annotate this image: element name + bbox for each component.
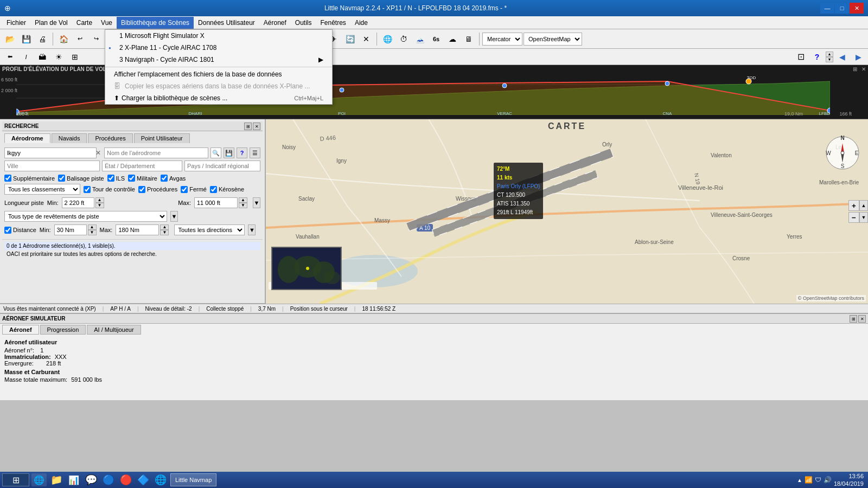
dist-max-down[interactable]: ▼	[160, 230, 169, 235]
menu-outils[interactable]: Outils	[291, 17, 316, 29]
dropdown-navigraph[interactable]: 3 Navigraph - Cycle AIRAC 1801 ▶	[105, 54, 332, 66]
menu-aide[interactable]: Aide	[350, 17, 372, 29]
tb-screen[interactable]: 🖥	[461, 31, 476, 47]
runway-max-input[interactable]	[194, 197, 238, 208]
tb2-btn2[interactable]: I	[18, 49, 34, 65]
back-button[interactable]: ↩	[72, 31, 87, 47]
menu-aeronef[interactable]: Aéronef	[259, 17, 291, 29]
tray-network-icon[interactable]: 📶	[805, 476, 813, 484]
map-container[interactable]: D 446 Noisy Igny Saclay Vauhallan Massy …	[266, 119, 868, 304]
search-close-btn[interactable]: ✕	[253, 123, 260, 130]
aircraft-float-btn[interactable]: ⊞	[850, 315, 857, 323]
cb-distance[interactable]: Distance	[4, 227, 36, 234]
icao-clear-btn[interactable]: ✕	[95, 149, 101, 157]
map-style-select[interactable]: OpenStreetMap	[524, 33, 582, 46]
dist-min-down[interactable]: ▼	[88, 230, 97, 235]
tray-up-icon[interactable]: ▲	[797, 477, 802, 483]
tb-clock[interactable]: ⏱	[396, 31, 411, 47]
aircraft-tab-aeronef[interactable]: Aéronef	[2, 325, 39, 335]
tb2-help[interactable]: ?	[809, 49, 825, 65]
taskbar-skype-icon[interactable]: 💬	[84, 473, 99, 486]
distance-max-input[interactable]	[116, 224, 159, 235]
tb-refresh[interactable]: 🔄	[342, 31, 358, 47]
state-input[interactable]	[102, 160, 182, 171]
tray-antivirus-icon[interactable]: 🛡	[815, 476, 821, 484]
taskbar-active-app[interactable]: Little Navmap	[170, 473, 216, 486]
airport-name-input[interactable]	[104, 147, 208, 158]
tb-6[interactable]: 6s	[429, 31, 444, 47]
tab-navaids[interactable]: Navaids	[52, 133, 87, 143]
aircraft-tab-progression[interactable]: Progression	[40, 325, 86, 335]
forward-button[interactable]: ↪	[88, 31, 104, 47]
search-execute-btn[interactable]: 🔍	[210, 147, 221, 158]
surface-dropdown-btn[interactable]: ▼	[170, 211, 178, 222]
dropdown-msfs[interactable]: 1 Microsoft Flight Simulator X	[105, 30, 332, 42]
world-map-thumbnail[interactable]	[271, 247, 342, 290]
cb-balisage[interactable]: Balisage piste	[58, 175, 104, 182]
tab-procedures[interactable]: Procédures	[88, 133, 132, 143]
open-button[interactable]: 📂	[2, 31, 17, 47]
scroll-up[interactable]: ▲	[826, 52, 833, 57]
cb-tour-controle[interactable]: Tour de contrôle	[84, 186, 135, 193]
aircraft-close-btn[interactable]: ✕	[858, 315, 866, 323]
menu-bibliotheque[interactable]: Bibliothèque de Scènes	[117, 17, 194, 29]
tb-close[interactable]: ✕	[359, 31, 374, 47]
distance-min-input[interactable]	[54, 224, 87, 235]
taskbar-ie-icon[interactable]: 🌐	[31, 473, 47, 486]
home-button[interactable]: 🏠	[56, 31, 71, 47]
search-save-btn[interactable]: 💾	[224, 147, 234, 158]
tb2-btn1[interactable]: ⬅	[2, 49, 17, 65]
start-button[interactable]: ⊞	[2, 473, 29, 486]
surface-select[interactable]: Tous type de revêtements de piste	[4, 211, 167, 222]
menu-fichier[interactable]: Fichier	[2, 17, 30, 29]
projection-select[interactable]: Mercator	[482, 33, 522, 46]
map-scroll-up-btn[interactable]: ▲	[859, 200, 868, 211]
taskbar-folder-icon[interactable]: 📁	[49, 473, 64, 486]
menu-carte[interactable]: Carte	[72, 17, 97, 29]
taskbar-x-icon[interactable]: 🔷	[136, 473, 151, 486]
dropdown-afficher[interactable]: Afficher l'emplacement des fichiers de l…	[105, 68, 332, 80]
cb-kerosene[interactable]: Kérosène	[210, 186, 244, 193]
zoom-out-btn[interactable]: −	[848, 212, 859, 223]
zoom-in-btn[interactable]: +	[848, 200, 859, 211]
close-button[interactable]: ✕	[850, 3, 864, 14]
save-button[interactable]: 💾	[18, 31, 34, 47]
taskbar-chrome-icon[interactable]: 🔵	[101, 473, 116, 486]
city-input[interactable]	[4, 160, 100, 171]
taskbar-opera-icon[interactable]: 🔴	[118, 473, 133, 486]
country-input[interactable]	[184, 160, 260, 171]
cb-ferme[interactable]: Fermé	[181, 186, 207, 193]
tb2-expand[interactable]: ⊡	[793, 49, 808, 65]
minimize-button[interactable]: —	[820, 3, 834, 14]
cb-militaire[interactable]: Militaire	[128, 175, 157, 182]
runway-min-up[interactable]: ▲	[95, 197, 104, 203]
runway-max-down[interactable]: ▼	[239, 203, 247, 208]
cb-ils[interactable]: ILS	[107, 175, 125, 182]
tray-volume-icon[interactable]: 🔊	[824, 476, 832, 484]
menu-plan-de-vol[interactable]: Plan de Vol	[30, 17, 72, 29]
taskbar-globe2-icon[interactable]: 🌐	[153, 473, 168, 486]
menu-fenetres[interactable]: Fenêtres	[316, 17, 350, 29]
search-menu-btn[interactable]: ☰	[250, 147, 260, 158]
tb2-hills[interactable]: 🏔	[35, 49, 50, 65]
aircraft-tab-ai[interactable]: AI / Multijoueur	[87, 325, 141, 335]
rating-select[interactable]: Tous les classements	[4, 184, 80, 195]
tab-point-utilisateur[interactable]: Point Utilisateur	[134, 133, 190, 143]
elevation-close-btn[interactable]: ✕	[861, 66, 866, 72]
dist-max-up[interactable]: ▲	[160, 224, 169, 230]
runway-min-down[interactable]: ▼	[95, 203, 104, 208]
elevation-float-btn[interactable]: ⊞	[853, 66, 857, 72]
tb2-sun[interactable]: ☀	[51, 49, 66, 65]
taskbar-excel-icon[interactable]: 📊	[66, 473, 81, 486]
dist-min-up[interactable]: ▲	[88, 224, 97, 230]
tb-cloud[interactable]: ☁	[445, 31, 460, 47]
direction-dropdown-btn[interactable]: ▼	[248, 224, 256, 235]
tab-aerodrome[interactable]: Aérodrome	[4, 133, 50, 143]
maximize-button[interactable]: □	[835, 3, 849, 14]
tb-globe[interactable]: 🌐	[380, 31, 395, 47]
cb-procedures[interactable]: Procédures	[138, 186, 177, 193]
icao-input[interactable]	[4, 147, 97, 158]
runway-max-up[interactable]: ▲	[239, 197, 247, 203]
menu-donnees-utilisateur[interactable]: Données Utilisateur	[194, 17, 259, 29]
dropdown-xplane[interactable]: ● 2 X-Plane 11 - Cycle AIRAC 1708	[105, 42, 332, 54]
